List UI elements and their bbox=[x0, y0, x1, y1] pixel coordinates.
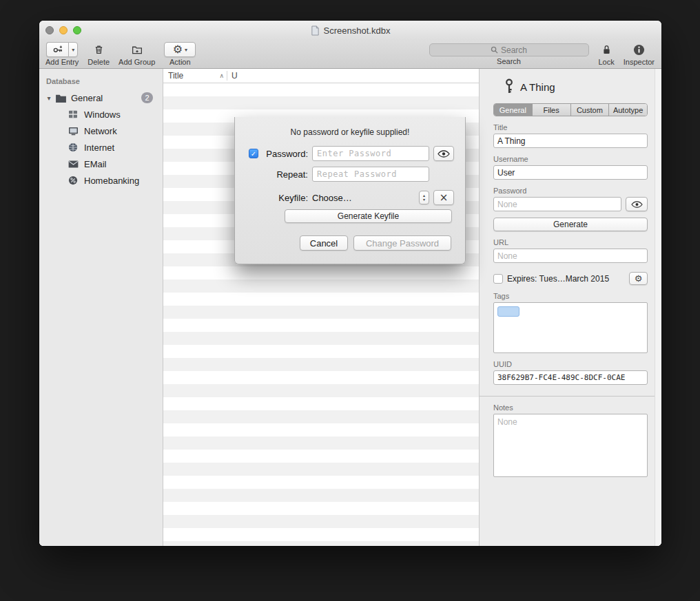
notes-placeholder: None bbox=[497, 417, 517, 427]
sidebar-item-homebanking[interactable]: Homebanking bbox=[39, 172, 163, 189]
envelope-icon bbox=[67, 160, 79, 168]
globe-icon bbox=[67, 143, 79, 152]
sidebar-header: Database bbox=[39, 74, 163, 89]
toolbar-lock: Lock bbox=[599, 42, 615, 66]
tab-autotype[interactable]: Autotype bbox=[608, 104, 647, 116]
sidebar-item-email[interactable]: EMail bbox=[39, 156, 163, 172]
percent-coin-icon bbox=[67, 176, 79, 185]
tags-field[interactable] bbox=[493, 302, 648, 353]
show-password-button[interactable] bbox=[626, 197, 648, 211]
zoom-button[interactable] bbox=[73, 26, 81, 34]
column-title[interactable]: Title ∧ bbox=[163, 71, 227, 81]
action-button[interactable]: ⚙ ▾ bbox=[164, 42, 196, 57]
generate-password-button[interactable]: Generate bbox=[493, 218, 648, 231]
add-entry-label: Add Entry bbox=[45, 58, 79, 66]
expires-settings-button[interactable]: ⚙ bbox=[629, 272, 648, 285]
gear-icon: ⚙ bbox=[173, 44, 183, 55]
sidebar-item-network[interactable]: Network bbox=[39, 123, 163, 139]
gear-icon: ⚙ bbox=[635, 274, 643, 283]
sidebar-item-windows[interactable]: Windows bbox=[39, 106, 163, 123]
search-placeholder: Search bbox=[501, 45, 527, 55]
url-field[interactable] bbox=[493, 249, 648, 263]
generate-keyfile-button[interactable]: Generate Keyfile bbox=[285, 209, 452, 223]
disclosure-triangle-icon[interactable]: ▾ bbox=[45, 94, 53, 102]
lock-label: Lock bbox=[599, 58, 615, 66]
sidebar: Database ▾ General 2 Windows Networ bbox=[39, 69, 163, 546]
network-icon bbox=[67, 127, 79, 136]
inspector-label: Inspector bbox=[624, 58, 655, 66]
column-username[interactable]: U bbox=[227, 71, 238, 81]
expires-checkbox[interactable] bbox=[493, 274, 503, 284]
password-checkbox[interactable]: ✓ bbox=[249, 149, 258, 158]
uuid-label: UUID bbox=[493, 360, 648, 368]
action-label: Action bbox=[169, 58, 191, 66]
folder-plus-icon bbox=[131, 44, 143, 56]
column-username-label: U bbox=[231, 71, 238, 81]
sidebar-item-label: Network bbox=[84, 126, 117, 136]
password-field[interactable] bbox=[493, 197, 621, 211]
app-window: Screenshot.kdbx ▾ Add Entry Delete bbox=[39, 21, 661, 546]
inspector-scrollbar[interactable] bbox=[655, 69, 661, 546]
folder-icon bbox=[54, 94, 67, 103]
change-password-label: Change Password bbox=[366, 238, 439, 249]
sort-ascending-icon: ∧ bbox=[219, 72, 224, 79]
count-badge: 2 bbox=[141, 92, 153, 103]
generate-label: Generate bbox=[553, 220, 588, 229]
sheet-message: No password or keyfile supplied! bbox=[235, 117, 465, 137]
title-field-label: Title bbox=[493, 123, 648, 131]
minimize-button[interactable] bbox=[59, 26, 68, 34]
username-field[interactable] bbox=[493, 165, 648, 180]
toolbar: ▾ Add Entry Delete Add Group ⚙ ▾ bbox=[39, 40, 661, 69]
lock-button[interactable] bbox=[599, 42, 615, 57]
add-entry-button[interactable]: ▾ bbox=[46, 42, 78, 57]
change-password-button[interactable]: Change Password bbox=[353, 235, 451, 251]
sidebar-item-label: Windows bbox=[84, 109, 121, 120]
tab-custom[interactable]: Custom bbox=[570, 104, 609, 116]
sidebar-item-label: General bbox=[71, 93, 103, 103]
dialog-password-label: Password: bbox=[262, 149, 308, 159]
cancel-button[interactable]: Cancel bbox=[300, 235, 348, 251]
entry-title: A Thing bbox=[520, 81, 555, 93]
dialog-show-password-button[interactable] bbox=[433, 146, 454, 161]
titlebar: Screenshot.kdbx bbox=[39, 21, 661, 40]
close-button[interactable] bbox=[45, 26, 54, 34]
title-field[interactable] bbox=[493, 134, 648, 148]
delete-button[interactable] bbox=[90, 42, 107, 57]
add-entry-dropdown-icon[interactable]: ▾ bbox=[68, 42, 78, 57]
search-input[interactable]: Search bbox=[429, 43, 589, 56]
tab-files[interactable]: Files bbox=[532, 104, 570, 116]
keyfile-combobox[interactable]: Choose… ▴▾ bbox=[312, 190, 429, 205]
inspector-tabs: General Files Custom Autotype bbox=[493, 103, 648, 116]
cancel-label: Cancel bbox=[310, 238, 338, 249]
clear-keyfile-button[interactable]: × bbox=[433, 190, 454, 205]
window-title-area: Screenshot.kdbx bbox=[39, 21, 661, 40]
traffic-lights bbox=[39, 26, 81, 34]
search-icon bbox=[491, 46, 498, 54]
chevron-down-icon: ▾ bbox=[185, 47, 187, 53]
inspector-button[interactable] bbox=[630, 42, 648, 57]
generate-keyfile-label: Generate Keyfile bbox=[338, 211, 399, 221]
inspector-panel: A Thing General Files Custom Autotype Ti… bbox=[479, 69, 661, 546]
username-field-label: Username bbox=[493, 155, 648, 163]
stepper-icon[interactable]: ▴▾ bbox=[419, 191, 429, 204]
sidebar-item-general[interactable]: ▾ General 2 bbox=[39, 89, 163, 106]
eye-icon bbox=[438, 150, 450, 158]
toolbar-search: Search Search bbox=[429, 42, 589, 65]
notes-field[interactable]: None bbox=[493, 414, 648, 477]
trash-icon bbox=[93, 43, 105, 56]
document-icon bbox=[311, 25, 320, 36]
toolbar-add-group: Add Group bbox=[119, 42, 155, 66]
sidebar-item-internet[interactable]: Internet bbox=[39, 139, 163, 156]
key-icon bbox=[504, 78, 514, 95]
add-group-button[interactable] bbox=[128, 42, 146, 57]
uuid-field[interactable] bbox=[493, 370, 648, 385]
tab-general[interactable]: General bbox=[494, 104, 532, 116]
dialog-password-input[interactable] bbox=[312, 146, 429, 161]
entry-header: A Thing bbox=[504, 78, 648, 95]
dialog-repeat-input[interactable] bbox=[312, 167, 429, 182]
column-title-label: Title bbox=[168, 71, 183, 81]
toolbar-add-entry: ▾ Add Entry bbox=[45, 42, 79, 66]
url-field-label: URL bbox=[493, 238, 648, 246]
change-password-sheet: No password or keyfile supplied! ✓ Passw… bbox=[234, 117, 466, 264]
tag-token[interactable] bbox=[497, 306, 519, 317]
